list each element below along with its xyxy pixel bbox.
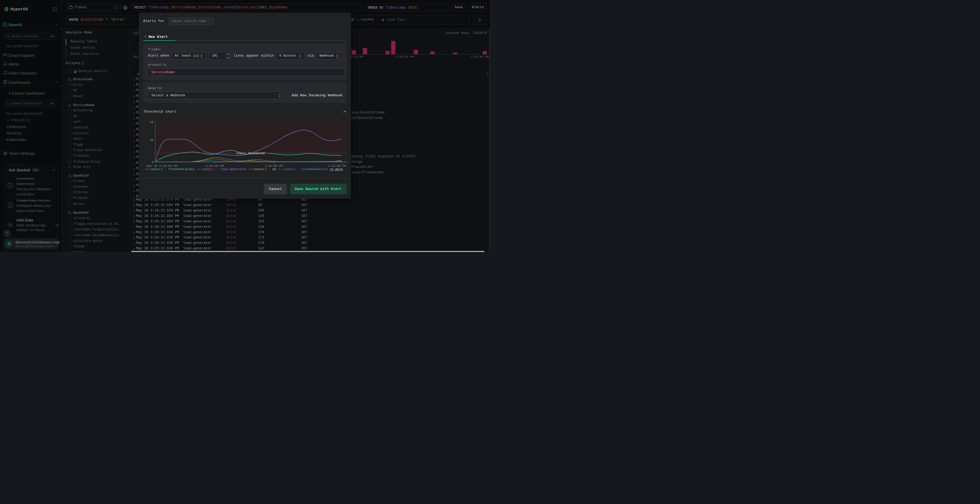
svg-text:0: 0 [152,160,154,164]
svg-text:May 28 2:25:00 PM: May 28 2:25:00 PM [147,164,177,168]
svg-text:2:45:00 PM: 2:45:00 PM [206,164,224,168]
svg-text:3:05:00 PM: 3:05:00 PM [265,164,283,168]
svg-text:3:25:00 PM: 3:25:00 PM [328,164,346,168]
svg-text:30: 30 [150,138,154,141]
svg-text:60: 60 [150,121,154,124]
svg-text:Alert Threshold: Alert Threshold [236,151,265,155]
